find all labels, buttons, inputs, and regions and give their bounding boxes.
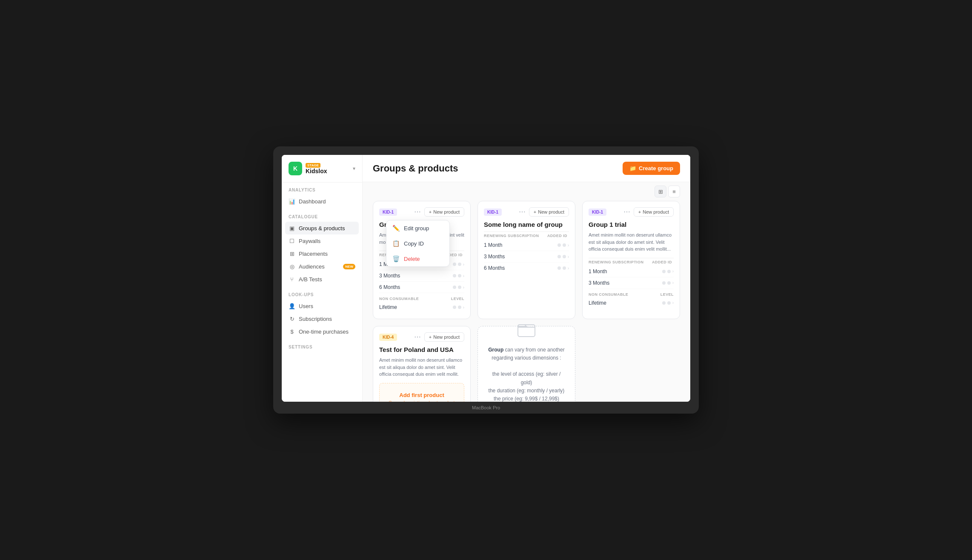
- add-product-title: Add first product: [388, 392, 455, 398]
- product-row: Lifetime ›: [379, 302, 464, 313]
- kid-badge-2: KID-1: [484, 209, 502, 216]
- row-chevron-icon[interactable]: ›: [463, 305, 464, 310]
- plus-icon: +: [429, 334, 432, 340]
- product-row: 3 Months ›: [379, 270, 464, 282]
- create-group-button[interactable]: 📁 Create group: [623, 162, 680, 175]
- sidebar-item-otp[interactable]: $ One-time purchases: [282, 325, 362, 338]
- group-card-3: KID-1 ⋯ + New product Group 1 trial Amet…: [582, 201, 680, 319]
- kid-badge-4: KID-4: [379, 334, 397, 341]
- group-card-1: KID-1 ⋯ + New product ✏️: [373, 201, 471, 319]
- new-product-button-2[interactable]: + New product: [529, 207, 569, 217]
- product-row: 1 Month ›: [589, 266, 674, 277]
- sidebar-item-label: Placements: [299, 251, 328, 257]
- group-card-2: KID-1 ⋯ + New product Some long name of …: [477, 201, 575, 319]
- row-chevron-icon[interactable]: ›: [463, 262, 464, 267]
- sidebar-item-subscriptions[interactable]: ↻ Subscriptions: [282, 312, 362, 325]
- sidebar-item-label: Paywalls: [299, 238, 320, 244]
- dot-icon: [662, 270, 666, 273]
- card-header-2: KID-1 ⋯ + New product: [478, 201, 575, 221]
- empty-info-card: Group can vary from one another regardin…: [477, 326, 575, 402]
- view-toggle-bar: ⊞ ≡: [363, 182, 690, 201]
- plus-icon: +: [638, 209, 641, 214]
- row-chevron-icon[interactable]: ›: [463, 274, 464, 278]
- sidebar-item-abtests[interactable]: ⑂ A/B Tests: [282, 273, 362, 286]
- dot-icon: [453, 306, 456, 309]
- dot-icon: [667, 281, 671, 285]
- folder-icon: 📁: [629, 165, 636, 171]
- row-chevron-icon[interactable]: ›: [672, 269, 674, 274]
- sidebar-item-label: Dashboard: [299, 198, 326, 205]
- sidebar-item-groups[interactable]: ▣ Groups & products: [285, 222, 359, 234]
- non-consumable-header-1: NON CONSUMABLE LEVEL: [379, 293, 464, 302]
- sidebar-item-users[interactable]: 👤 Users: [282, 300, 362, 312]
- dot-icon: [667, 301, 671, 305]
- sidebar-item-paywalls[interactable]: ☐ Paywalls: [282, 234, 362, 247]
- product-row: 6 Months ›: [379, 282, 464, 293]
- dot-icon: [453, 286, 456, 289]
- card-header-1: KID-1 ⋯ + New product: [373, 201, 470, 221]
- more-options-icon-4[interactable]: ⋯: [414, 334, 421, 340]
- product-table-header-3: RENEWING SUBSCRIPTION ADDED ID: [589, 258, 674, 266]
- dot-icon: [453, 274, 456, 277]
- app-name: Kidslox: [306, 168, 327, 174]
- list-view-button[interactable]: ≡: [668, 186, 680, 197]
- add-product-card[interactable]: Add first product Some description about…: [379, 383, 464, 402]
- logo-area: K STAGE Kidslox ▾: [282, 162, 362, 183]
- new-product-button-4[interactable]: + New product: [424, 332, 464, 342]
- product-table-header-2: RENEWING SUBSCRIPTION ADDED ID: [484, 231, 569, 240]
- group-title-4: Test for Poland and USA: [379, 346, 464, 353]
- chevron-down-icon[interactable]: ▾: [353, 166, 355, 171]
- dot-icon: [563, 266, 566, 270]
- dot-icon: [458, 263, 461, 266]
- dot-icon: [458, 286, 461, 289]
- catalogue-section: Catalogue ▣ Groups & products ☐ Paywalls…: [282, 209, 362, 287]
- more-options-icon-2[interactable]: ⋯: [519, 209, 526, 215]
- subscriptions-icon: ↻: [289, 315, 295, 322]
- groups-icon: ▣: [289, 225, 295, 231]
- dot-icon: [453, 263, 456, 266]
- users-icon: 👤: [289, 303, 295, 309]
- placements-icon: ⊞: [289, 250, 295, 257]
- new-product-button-1[interactable]: + New product: [424, 207, 464, 217]
- group-title-2: Some long name of group: [484, 221, 569, 228]
- dot-icon: [667, 270, 671, 273]
- product-row: 1 Month ›: [484, 240, 569, 251]
- sidebar-item-label: A/B Tests: [299, 276, 322, 283]
- stage-badge: STAGE: [306, 163, 320, 168]
- row-chevron-icon[interactable]: ›: [672, 300, 674, 305]
- settings-section: Settings: [282, 340, 362, 354]
- context-edit-button[interactable]: ✏️ Edit group: [386, 220, 449, 236]
- copy-icon: 📋: [392, 240, 400, 247]
- catalogue-label: Catalogue: [282, 214, 362, 222]
- more-options-icon-1[interactable]: ⋯: [414, 209, 421, 215]
- new-product-button-3[interactable]: + New product: [634, 207, 674, 217]
- card-body-4: Test for Poland and USA Amet minim molli…: [373, 346, 470, 402]
- analytics-label: Analytics: [282, 188, 362, 195]
- row-chevron-icon[interactable]: ›: [568, 243, 569, 248]
- card-header-3: KID-1 ⋯ + New product: [583, 201, 680, 221]
- sidebar-item-audiences[interactable]: ◎ Audiences NEW: [282, 260, 362, 273]
- card-header-4: KID-4 ⋯ + New product: [373, 326, 470, 346]
- dot-icon: [563, 243, 566, 247]
- lookups-label: Look-ups: [282, 292, 362, 300]
- row-chevron-icon[interactable]: ›: [672, 280, 674, 285]
- folder-empty-icon: [516, 319, 537, 339]
- row-chevron-icon[interactable]: ›: [568, 266, 569, 271]
- app-logo-icon: K: [289, 162, 302, 175]
- row-chevron-icon[interactable]: ›: [463, 285, 464, 290]
- sidebar-item-placements[interactable]: ⊞ Placements: [282, 247, 362, 260]
- grid-view-button[interactable]: ⊞: [655, 186, 666, 197]
- context-copy-button[interactable]: 📋 Copy ID: [386, 236, 449, 251]
- more-options-icon-3[interactable]: ⋯: [623, 209, 630, 215]
- context-delete-button[interactable]: 🗑️ Delete: [386, 251, 449, 266]
- page-title: Groups & products: [373, 163, 458, 174]
- row-chevron-icon[interactable]: ›: [568, 254, 569, 259]
- sidebar-item-dashboard[interactable]: 📊 Dashboard: [282, 195, 362, 208]
- dot-icon: [458, 306, 461, 309]
- context-menu-1: ✏️ Edit group 📋 Copy ID 🗑️ Delete: [386, 220, 450, 267]
- plus-icon: +: [534, 209, 536, 214]
- group-desc-4: Amet minim mollit non deserunt ullamco e…: [379, 357, 464, 378]
- dot-icon: [563, 255, 566, 258]
- settings-label: Settings: [282, 345, 362, 352]
- abtests-icon: ⑂: [289, 276, 295, 283]
